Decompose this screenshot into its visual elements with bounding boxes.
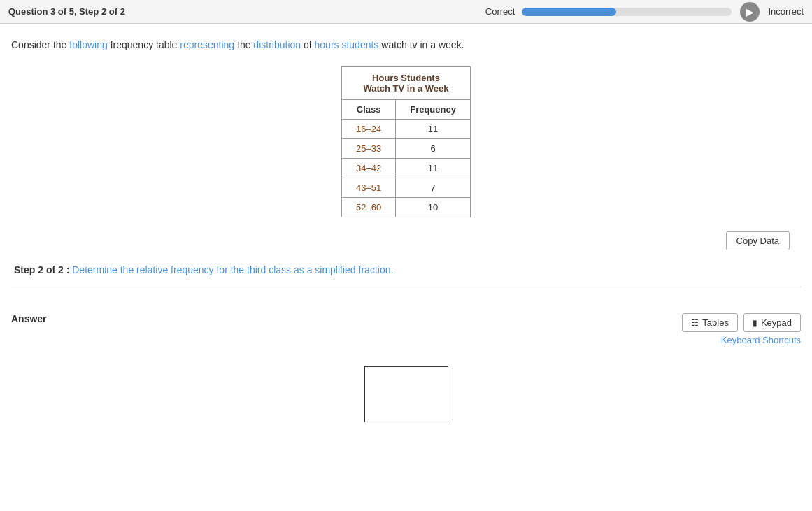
- keyboard-shortcuts-link[interactable]: Keyboard Shortcuts: [721, 335, 801, 345]
- highlight-following: following: [69, 39, 107, 50]
- table-title: Hours Students Watch TV in a Week: [342, 67, 471, 100]
- answer-tools-row: ☷ Tables ▮ Keypad: [682, 313, 801, 332]
- progress-bar: [522, 8, 732, 16]
- answer-section: Answer ☷ Tables ▮ Keypad Keyboard Shortc…: [0, 303, 812, 433]
- table-cell-class: 16–24: [342, 120, 396, 139]
- table-cell-frequency: 11: [396, 159, 471, 178]
- incorrect-label: Incorrect: [768, 6, 804, 17]
- step-instruction: Step 2 of 2 : Determine the relative fre…: [11, 264, 801, 287]
- answer-input-box[interactable]: [364, 366, 448, 422]
- copy-data-button[interactable]: Copy Data: [726, 231, 790, 250]
- answer-header: Answer ☷ Tables ▮ Keypad Keyboard Shortc…: [11, 313, 801, 345]
- highlight-representing: representing: [180, 39, 234, 50]
- highlight-hours-students: hours students: [315, 39, 379, 50]
- highlight-distribution: distribution: [253, 39, 301, 50]
- table-cell-frequency: 11: [396, 120, 471, 139]
- question-label: Question 3 of 5, Step 2 of 2: [8, 6, 125, 17]
- header-bar: Question 3 of 5, Step 2 of 2 Correct ▶ I…: [0, 0, 812, 24]
- table-row: 25–336: [342, 139, 471, 159]
- copy-data-row: Copy Data: [11, 231, 801, 250]
- tables-button[interactable]: ☷ Tables: [682, 313, 738, 332]
- question-text: Consider the following frequency table r…: [11, 38, 801, 52]
- tables-icon: ☷: [691, 318, 699, 328]
- keypad-icon: ▮: [753, 318, 757, 328]
- col-header-frequency: Frequency: [396, 100, 471, 120]
- step-body: Determine the relative frequency for the…: [69, 264, 393, 275]
- status-icon: ▶: [740, 2, 760, 22]
- step-label: Step 2 of 2 :: [14, 264, 69, 275]
- main-content: Consider the following frequency table r…: [0, 24, 812, 303]
- frequency-table: Hours Students Watch TV in a Week Class …: [341, 66, 471, 217]
- progress-bar-fill: [522, 8, 616, 16]
- table-row: 52–6010: [342, 198, 471, 217]
- table-row: 16–2411: [342, 120, 471, 139]
- table-container: Hours Students Watch TV in a Week Class …: [11, 66, 801, 217]
- correct-label: Correct: [485, 6, 515, 17]
- table-cell-class: 34–42: [342, 159, 396, 178]
- table-cell-frequency: 6: [396, 139, 471, 159]
- answer-tools: ☷ Tables ▮ Keypad Keyboard Shortcuts: [682, 313, 801, 345]
- tables-button-label: Tables: [702, 317, 729, 328]
- table-row: 34–4211: [342, 159, 471, 178]
- table-cell-frequency: 7: [396, 178, 471, 198]
- keypad-button[interactable]: ▮ Keypad: [743, 313, 801, 332]
- table-cell-class: 25–33: [342, 139, 396, 159]
- table-cell-frequency: 10: [396, 198, 471, 217]
- answer-label: Answer: [11, 313, 47, 324]
- col-header-class: Class: [342, 100, 396, 120]
- table-cell-class: 52–60: [342, 198, 396, 217]
- keypad-button-label: Keypad: [761, 317, 792, 328]
- table-cell-class: 43–51: [342, 178, 396, 198]
- table-row: 43–517: [342, 178, 471, 198]
- answer-input-container: [11, 366, 801, 422]
